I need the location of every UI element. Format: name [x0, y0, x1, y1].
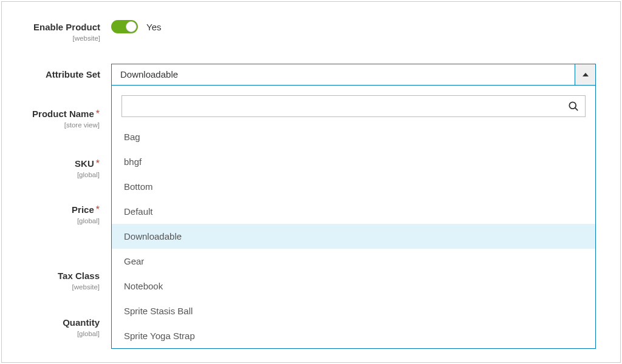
label-text: Attribute Set	[46, 69, 100, 79]
attribute-set-caret[interactable]	[575, 64, 595, 85]
attribute-set-selected: Downloadable	[112, 64, 575, 85]
label-text: Price	[72, 204, 94, 215]
label-text: Quantity	[63, 317, 100, 328]
dropdown-option[interactable]: Bottom	[112, 174, 595, 199]
dropdown-option[interactable]: Sprite Yoga Strap	[112, 323, 595, 348]
dropdown-option[interactable]: Downloadable	[112, 224, 595, 249]
label-price: Price* [global]	[1, 204, 111, 224]
product-form: Enable Product [website] Yes Attribute S…	[1, 1, 621, 363]
label-text: Tax Class	[58, 271, 100, 281]
label-sku: SKU* [global]	[1, 158, 111, 178]
label-tax-class: Tax Class [website]	[1, 270, 111, 291]
attribute-set-select[interactable]: Downloadable	[111, 64, 596, 86]
required-icon: *	[96, 204, 100, 215]
dropdown-option[interactable]: Default	[112, 199, 595, 224]
label-scope: [global]	[1, 217, 100, 224]
dropdown-option-list: BagbhgfBottomDefaultDownloadableGearNote…	[112, 124, 595, 348]
label-quantity: Quantity [global]	[1, 317, 111, 337]
label-scope: [website]	[2, 35, 100, 42]
label-text: Product Name	[32, 109, 94, 119]
required-icon: *	[96, 109, 100, 119]
dropdown-option[interactable]: Gear	[112, 249, 595, 274]
svg-line-1	[575, 107, 578, 110]
label-scope: [global]	[1, 330, 100, 337]
dropdown-option[interactable]: Notebook	[112, 274, 595, 298]
label-scope: [store view]	[1, 121, 100, 129]
label-text: SKU	[75, 158, 94, 169]
enable-product-toggle-wrap: Yes	[111, 20, 596, 33]
label-scope: [website]	[1, 283, 100, 291]
dropdown-search-wrap	[121, 95, 586, 117]
toggle-knob	[126, 21, 137, 32]
dropdown-option[interactable]: Bag	[112, 124, 595, 149]
dropdown-option[interactable]: bhgf	[112, 149, 595, 174]
search-icon[interactable]	[567, 100, 579, 112]
label-enable-product: Enable Product [website]	[2, 20, 111, 42]
caret-up-icon	[583, 73, 589, 76]
dropdown-option[interactable]: Sprite Stasis Ball	[112, 298, 595, 323]
dropdown-search-input[interactable]	[121, 95, 586, 117]
toggle-value-label: Yes	[146, 22, 161, 32]
attribute-set-dropdown: BagbhgfBottomDefaultDownloadableGearNote…	[111, 86, 596, 349]
label-scope: [global]	[1, 171, 100, 178]
label-text: Enable Product	[33, 22, 100, 32]
enable-product-toggle[interactable]	[111, 20, 138, 33]
label-attribute-set: Attribute Set	[2, 64, 111, 81]
label-product-name: Product Name* [store view]	[1, 108, 111, 129]
required-icon: *	[96, 158, 100, 169]
row-enable-product: Enable Product [website] Yes	[2, 20, 596, 42]
